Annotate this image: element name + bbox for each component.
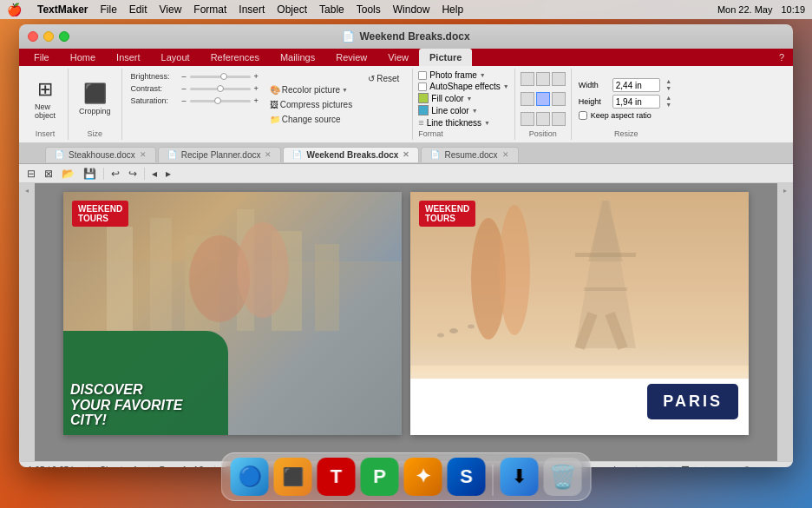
menu-table[interactable]: Table [319, 3, 344, 16]
width-down[interactable]: ▼ [664, 85, 674, 92]
right-scroll[interactable]: ▸ [777, 183, 793, 461]
tab-picture[interactable]: Picture [419, 49, 472, 66]
view-normal-btn[interactable]: ⊟ [642, 465, 650, 467]
compress-pictures-button[interactable]: 🖼 Compress pictures [265, 98, 357, 111]
tab-home[interactable]: Home [60, 49, 106, 66]
dock-softmaker[interactable]: S [448, 458, 486, 496]
steakhouse-tab-close[interactable]: ✕ [140, 150, 147, 159]
menu-object[interactable]: Object [277, 3, 307, 16]
tab-references[interactable]: References [200, 49, 270, 66]
change-source-button[interactable]: 📁 Change source [265, 113, 357, 126]
page2-badge: WEEKENDTOURS [419, 201, 475, 227]
apple-menu[interactable]: 🍎 [7, 3, 22, 16]
keep-aspect-checkbox[interactable] [579, 111, 587, 120]
tab-weekend-breaks[interactable]: 📄 Weekend Breaks.docx ✕ [283, 147, 419, 162]
menu-window[interactable]: Window [393, 3, 430, 16]
menu-file[interactable]: File [100, 3, 116, 16]
position-tc[interactable] [536, 72, 550, 86]
height-input[interactable] [612, 95, 660, 109]
dock-downloads[interactable]: ⬇ [501, 458, 539, 496]
width-spinner[interactable]: ▲ ▼ [664, 78, 674, 92]
status-mode: Ins [613, 465, 636, 467]
position-tr[interactable] [552, 72, 566, 86]
tab-resume[interactable]: 📄 Resume.docx ✕ [421, 147, 518, 162]
autoshape-label: AutoShape effects [429, 82, 501, 91]
line-thickness-arrow[interactable]: ▼ [484, 120, 490, 126]
new-object-button[interactable]: ⊞ Newobject [28, 75, 62, 123]
height-up[interactable]: ▲ [664, 95, 674, 102]
dock-finder[interactable]: 🔵 [231, 458, 269, 496]
tab-file[interactable]: File [23, 49, 60, 66]
weekend-tab-close[interactable]: ✕ [403, 150, 409, 159]
photo-frame-checkbox[interactable] [418, 71, 427, 80]
toolbar-view2[interactable]: ⊠ [41, 166, 56, 181]
toolbar-redo[interactable]: ↪ [125, 166, 141, 181]
position-bc[interactable] [536, 112, 550, 126]
page-1: WEEKENDTOURS DISCOVERYOUR FAVORITECITY! [63, 192, 402, 435]
photo-frame-arrow[interactable]: ▼ [480, 72, 486, 78]
width-input[interactable] [612, 78, 660, 92]
zoom-plus[interactable]: + [779, 465, 784, 467]
tab-recipe-planner[interactable]: 📄 Recipe Planner.docx ✕ [158, 147, 282, 162]
menu-view[interactable]: View [160, 3, 182, 16]
view-read-btn[interactable]: 📖 [695, 465, 707, 467]
dock-presentations[interactable]: ✦ [404, 458, 442, 496]
view-print-btn[interactable]: ⊡ [668, 465, 676, 467]
cropping-button[interactable]: ⬛ Cropping [74, 79, 116, 119]
fill-color-arrow[interactable]: ▼ [467, 96, 473, 102]
dock-launchpad[interactable]: ⬛ [274, 458, 312, 496]
view-web-btn[interactable]: ⊠ [655, 465, 663, 467]
title-icon: 📄 [342, 30, 355, 43]
reset-button[interactable]: ↺ Reset [363, 72, 403, 85]
tab-steakhouse[interactable]: 📄 Steakhouse.docx ✕ [45, 147, 156, 162]
tab-mailings[interactable]: Mailings [270, 49, 325, 66]
left-scroll[interactable]: ◂ [19, 183, 35, 461]
position-bl[interactable] [521, 112, 534, 126]
view-outline-btn[interactable]: ☰ [681, 465, 690, 467]
menu-edit[interactable]: Edit [129, 3, 147, 16]
height-down[interactable]: ▼ [664, 102, 674, 109]
maximize-button[interactable] [59, 31, 69, 42]
position-ml[interactable] [521, 92, 534, 106]
menu-insert[interactable]: Insert [239, 3, 265, 16]
height-spinner[interactable]: ▲ ▼ [664, 95, 674, 109]
autoshape-arrow[interactable]: ▼ [503, 83, 509, 89]
toolbar-save[interactable]: 💾 [80, 166, 100, 181]
menu-tools[interactable]: Tools [357, 3, 381, 16]
toolbar-nav1[interactable]: ◂ [148, 166, 160, 181]
zoom-thumb[interactable] [743, 466, 751, 468]
toolbar-nav2[interactable]: ▸ [162, 166, 174, 181]
zoom-minus[interactable]: – [712, 465, 717, 467]
tab-review[interactable]: Review [325, 49, 377, 66]
minimize-button[interactable] [43, 31, 54, 42]
app-name[interactable]: TextMaker [37, 3, 88, 16]
menu-format[interactable]: Format [193, 3, 226, 16]
toolbar-open[interactable]: 📂 [58, 166, 78, 181]
autoshape-checkbox[interactable] [418, 82, 427, 91]
line-color-arrow[interactable]: ▼ [472, 108, 478, 114]
position-mc[interactable] [536, 92, 550, 106]
recipe-tab-close[interactable]: ✕ [265, 150, 272, 159]
help-button[interactable]: ? [770, 49, 793, 66]
tab-view[interactable]: View [377, 49, 419, 66]
svg-rect-6 [315, 244, 339, 331]
tab-layout[interactable]: Layout [151, 49, 200, 66]
line-color-swatch[interactable] [418, 105, 429, 115]
dock-trash[interactable]: 🗑️ [544, 458, 582, 496]
cropping-label: Cropping [79, 107, 111, 115]
fill-color-swatch[interactable] [418, 93, 429, 103]
recolor-picture-button[interactable]: 🎨 Recolor picture ▼ [265, 83, 357, 96]
position-tl[interactable] [521, 72, 534, 86]
toolbar-undo[interactable]: ↩ [108, 166, 123, 181]
resize-group-label: Resize [614, 128, 638, 138]
toolbar-view1[interactable]: ⊟ [23, 166, 39, 181]
menu-help[interactable]: Help [442, 3, 463, 16]
position-mr[interactable] [552, 92, 566, 106]
resume-tab-close[interactable]: ✕ [502, 150, 509, 159]
dock-textmaker[interactable]: T [318, 458, 356, 496]
width-up[interactable]: ▲ [664, 78, 674, 85]
tab-insert[interactable]: Insert [106, 49, 151, 66]
close-button[interactable] [28, 31, 38, 42]
dock-planmaker[interactable]: P [361, 458, 399, 496]
position-br[interactable] [552, 112, 566, 126]
